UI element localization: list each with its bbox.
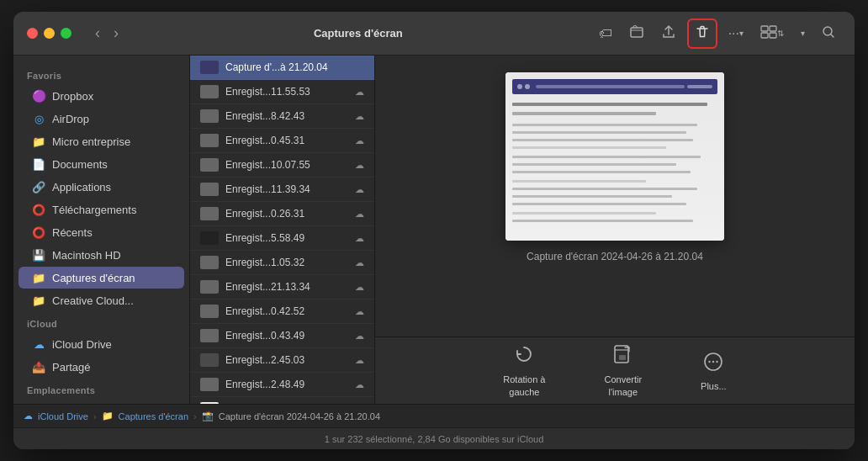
- fullscreen-button[interactable]: [61, 28, 71, 39]
- back-button[interactable]: ‹: [90, 23, 105, 44]
- preview-image: [505, 72, 724, 241]
- sidebar-item-recents[interactable]: ⭕ Récents: [19, 221, 184, 243]
- sidebar-item-creative-cloud[interactable]: 📁 Creative Cloud...: [19, 289, 184, 311]
- svg-point-9: [709, 360, 711, 362]
- share-folder-button[interactable]: [623, 20, 650, 47]
- file-item[interactable]: Enregist...0.26.31 ☁: [190, 202, 374, 226]
- search-button[interactable]: [816, 21, 841, 46]
- file-name: Capture d'...à 21.20.04: [225, 61, 364, 73]
- breadcrumb-file: Capture d'écran 2024-04-26 à 21.20.04: [219, 411, 380, 421]
- delete-button[interactable]: [687, 19, 717, 49]
- file-name: Enregist...21.13.34: [225, 281, 348, 293]
- rotation-icon: [513, 343, 535, 370]
- breadcrumb-captures[interactable]: Captures d'écran: [119, 411, 188, 421]
- sidebar-item-airdrop[interactable]: ◎ AirDrop: [19, 108, 184, 130]
- file-item[interactable]: Enregist...1.05.32 ☁: [190, 251, 374, 275]
- cloud-icon: ☁: [355, 306, 364, 317]
- file-name: Enregist...0.43.49: [225, 330, 348, 342]
- sidebar-item-icloud-drive[interactable]: ☁ iCloud Drive: [19, 333, 184, 355]
- file-name: Enregist...11.55.53: [225, 86, 348, 98]
- traffic-lights: [27, 28, 71, 39]
- sidebar-item-label: Creative Cloud...: [52, 294, 134, 307]
- file-name: Enregist...2.45.03: [225, 354, 348, 366]
- action-bar: Rotation àgauche Convertirl'image: [375, 336, 855, 404]
- file-item[interactable]: Enregist...10.07.55 ☁: [190, 153, 374, 178]
- preview-content: Capture d'écran 2024-04-26 à 21.20.04: [375, 56, 855, 336]
- dropdown-button[interactable]: ▾: [795, 24, 811, 42]
- rotation-label: Rotation àgauche: [503, 374, 545, 398]
- breadcrumb-icloud-label: iCloud Drive: [38, 411, 88, 421]
- forward-button[interactable]: ›: [108, 23, 124, 44]
- svg-point-10: [712, 360, 714, 362]
- file-item[interactable]: Enregist...0.45.31 ☁: [190, 129, 374, 153]
- sidebar-item-captures-ecran[interactable]: 📁 Captures d'écran: [19, 267, 184, 289]
- sidebar-item-documents[interactable]: 📄 Documents: [19, 153, 184, 175]
- sidebar-item-label: Macintosh HD: [52, 249, 121, 262]
- folder-icon: 📁: [32, 135, 45, 148]
- file-item[interactable]: Enregist...0.43.49 ☁: [190, 324, 374, 348]
- sidebar-item-label: Partagé: [52, 361, 91, 374]
- file-item[interactable]: Enregist...8.42.43 ☁: [190, 104, 374, 129]
- sidebar-item-label: Dropbox: [52, 90, 93, 103]
- chevron-down-icon: ▾: [739, 29, 744, 38]
- file-item[interactable]: Enregist...2.48.49 ☁: [190, 373, 374, 397]
- view-chevron-icon: ⇅: [777, 29, 784, 38]
- share-icon: [661, 24, 676, 43]
- file-name: Enregist...2.48.49: [225, 379, 348, 390]
- cloud-icon: ☁: [355, 282, 364, 293]
- file-name: Enregist...1.05.32: [225, 257, 348, 268]
- sidebar-item-label: AirDrop: [52, 113, 89, 125]
- sidebar-item-micro-entreprise[interactable]: 📁 Micro entreprise: [19, 130, 184, 152]
- file-item[interactable]: Enregist...0.42.52 ☁: [190, 299, 374, 324]
- sidebar-item-partage[interactable]: 📤 Partagé: [19, 356, 184, 378]
- sidebar-item-dropbox[interactable]: 🟣 Dropbox: [19, 85, 184, 107]
- tag-button[interactable]: 🏷: [593, 22, 618, 45]
- view-button[interactable]: ⇅: [754, 21, 790, 46]
- svg-rect-1: [761, 26, 768, 31]
- partage-icon: 📤: [32, 360, 45, 374]
- file-thumbnail: [200, 305, 219, 318]
- sidebar-item-label: Récents: [52, 226, 93, 239]
- sidebar-item-label: Captures d'écran: [52, 272, 135, 284]
- share-folder-icon: [629, 24, 644, 43]
- file-item[interactable]: Enregist...21.13.34 ☁: [190, 275, 374, 299]
- sidebar-item-telechargements[interactable]: ⭕ Téléchargements: [19, 199, 184, 220]
- svg-point-11: [717, 360, 718, 362]
- cloud-icon: ☁: [355, 87, 364, 98]
- more-button[interactable]: ··· ▾: [722, 22, 749, 45]
- file-item[interactable]: Enregist...11.39.34 ☁: [190, 178, 374, 202]
- nav-buttons: ‹ ›: [90, 23, 124, 44]
- breadcrumb-captures-label: Captures d'écran: [119, 411, 188, 421]
- convertir-button[interactable]: Convertirl'image: [595, 338, 650, 403]
- file-item[interactable]: svg lecrabei...bd3.svg ☁: [190, 397, 374, 404]
- file-item[interactable]: Enregist...5.58.49 ☁: [190, 226, 374, 251]
- status-bar: 1 sur 232 sélectionné, 2,84 Go disponibl…: [13, 427, 855, 449]
- file-thumbnail: [200, 183, 219, 196]
- sidebar-item-macintosh-hd[interactable]: 💾 Macintosh HD: [19, 244, 184, 266]
- file-name: Enregist...0.26.31: [225, 208, 348, 220]
- dropdown-icon: ▾: [801, 29, 805, 38]
- sidebar-item-applications[interactable]: 🔗 Applications: [19, 176, 184, 198]
- more-icon: ···: [728, 26, 739, 41]
- file-item[interactable]: Enregist...2.45.03 ☁: [190, 348, 374, 373]
- file-thumbnail: [200, 231, 219, 245]
- convertir-label: Convertirl'image: [604, 374, 642, 398]
- view-icon: [760, 25, 777, 42]
- svg-rect-2: [770, 26, 776, 31]
- emplacements-section-label: Emplacements: [13, 379, 189, 399]
- file-item[interactable]: Enregist...11.55.53 ☁: [190, 80, 374, 104]
- file-thumbnail: [200, 329, 219, 342]
- minimize-button[interactable]: [44, 28, 55, 39]
- plus-button[interactable]: Plus...: [692, 346, 735, 396]
- breadcrumb-file-label: Capture d'écran 2024-04-26 à 21.20.04: [219, 411, 380, 421]
- file-name: Enregist...11.39.34: [225, 183, 348, 195]
- cloud-icon: ☁: [355, 160, 364, 171]
- svg-rect-4: [770, 33, 776, 38]
- file-item[interactable]: Capture d'...à 21.20.04: [190, 56, 374, 80]
- close-button[interactable]: [27, 28, 38, 39]
- share-button[interactable]: [655, 20, 682, 47]
- breadcrumb-icloud[interactable]: iCloud Drive: [38, 411, 88, 421]
- cloud-icon: ☁: [355, 379, 364, 390]
- rotation-button[interactable]: Rotation àgauche: [495, 338, 553, 403]
- file-thumbnail: [200, 61, 219, 74]
